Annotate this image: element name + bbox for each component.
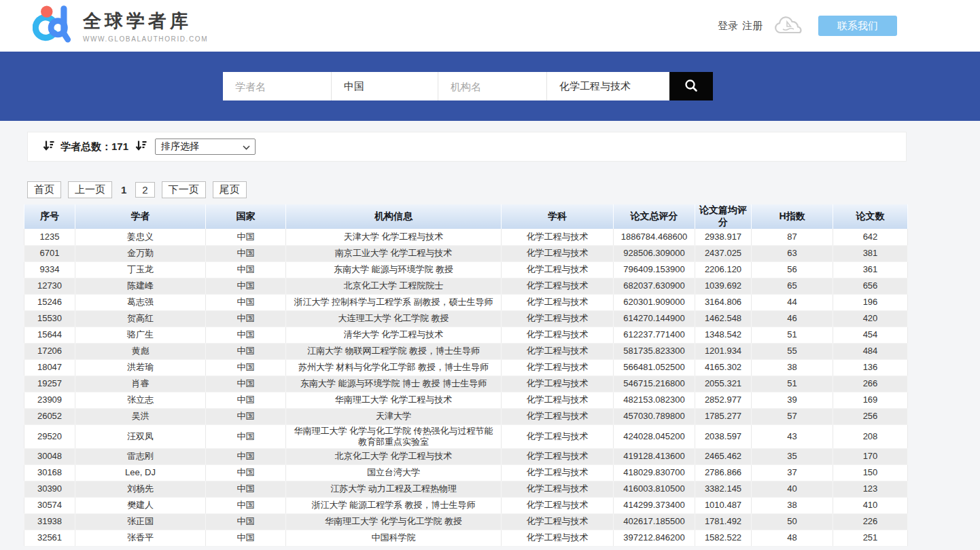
cell-country: 中国 <box>206 530 286 546</box>
cell-h-index: 39 <box>752 392 833 408</box>
cell-avg-score: 2938.917 <box>695 229 752 245</box>
cell-scholar[interactable]: 丁玉龙 <box>75 261 206 278</box>
brand[interactable]: 全球学者库 WWW.GLOBALAUTHORID.COM <box>33 4 208 48</box>
cell-paper-count: 642 <box>833 229 908 245</box>
cell-scholar[interactable]: 黄彪 <box>75 343 206 359</box>
cell-scholar[interactable]: 肖睿 <box>75 375 206 392</box>
cell-h-index: 38 <box>752 359 833 375</box>
cell-scholar[interactable]: 樊建人 <box>75 497 206 513</box>
cell-total-score: 682037.630900 <box>614 278 695 294</box>
cell-h-index: 51 <box>752 375 833 392</box>
scholar-name-input[interactable] <box>223 72 332 100</box>
table-row: 30390刘杨先中国江苏大学 动力工程及工程热物理化学工程与技术416003.8… <box>24 481 908 497</box>
cell-h-index: 44 <box>752 294 833 310</box>
cell-rank: 31938 <box>24 513 75 530</box>
cell-paper-count: 208 <box>833 424 908 448</box>
cell-rank: 9334 <box>24 261 75 278</box>
cell-h-index: 50 <box>752 513 833 530</box>
cell-total-score: 612237.771400 <box>614 327 695 343</box>
cell-avg-score: 2055.321 <box>695 375 752 392</box>
cell-total-score: 581735.823300 <box>614 343 695 359</box>
cell-scholar[interactable]: 雷志刚 <box>75 448 206 464</box>
cell-avg-score: 3382.145 <box>695 481 752 497</box>
cell-institution: 大连理工大学 化工学院 教授 <box>286 310 502 327</box>
cell-country: 中国 <box>206 408 286 424</box>
cell-scholar[interactable]: 骆广生 <box>75 327 206 343</box>
results-toolbar: 学者总数：171 排序选择 <box>27 132 907 162</box>
cell-paper-count: 266 <box>833 375 908 392</box>
contact-button[interactable]: 联系我们 <box>818 16 897 36</box>
cell-avg-score: 1010.487 <box>695 497 752 513</box>
login-link[interactable]: 登录 <box>718 20 738 33</box>
pagination-prev-button[interactable]: 上一页 <box>68 181 112 198</box>
cell-scholar[interactable]: 洪若瑜 <box>75 359 206 375</box>
cell-discipline: 化学工程与技术 <box>502 261 614 278</box>
table-row: 12730陈建峰中国北京化工大学 工程院院士化学工程与技术682037.6309… <box>24 278 908 294</box>
cell-institution: 国立台湾大学 <box>286 464 502 481</box>
cell-scholar[interactable]: 姜忠义 <box>75 229 206 245</box>
cell-scholar[interactable]: 汪双凤 <box>75 424 206 448</box>
cell-total-score: 620301.909000 <box>614 294 695 310</box>
column-header-scholar: 学者 <box>75 204 206 229</box>
cell-paper-count: 656 <box>833 278 908 294</box>
pagination-next-button[interactable]: 下一页 <box>162 181 206 198</box>
discipline-input[interactable] <box>547 72 669 100</box>
cell-scholar[interactable]: 张立志 <box>75 392 206 408</box>
institution-input[interactable] <box>438 72 547 100</box>
column-header-paper-count: 论文数 <box>833 204 908 229</box>
cell-rank: 29520 <box>24 424 75 448</box>
cell-paper-count: 196 <box>833 294 908 310</box>
scholar-total-count: 学者总数：171 <box>60 141 128 153</box>
column-header-institution: 机构信息 <box>286 204 502 229</box>
pagination-page-2-button[interactable]: 2 <box>135 182 154 198</box>
cell-avg-score: 1785.277 <box>695 408 752 424</box>
cell-discipline: 化学工程与技术 <box>502 343 614 359</box>
cell-scholar[interactable]: 吴洪 <box>75 408 206 424</box>
cell-scholar[interactable]: 刘杨先 <box>75 481 206 497</box>
cell-paper-count: 381 <box>833 245 908 261</box>
search-button[interactable] <box>669 72 713 100</box>
cell-country: 中国 <box>206 375 286 392</box>
cell-h-index: 46 <box>752 310 833 327</box>
register-link[interactable]: 注册 <box>742 20 763 33</box>
pagination-last-button[interactable]: 尾页 <box>213 181 247 198</box>
cell-scholar[interactable]: 金万勤 <box>75 245 206 261</box>
country-input[interactable] <box>332 72 438 100</box>
table-row: 30574樊建人中国浙江大学 能源工程学系 教授，博士生导师化学工程与技术414… <box>24 497 908 513</box>
cell-h-index: 63 <box>752 245 833 261</box>
cell-paper-count: 420 <box>833 310 908 327</box>
cell-total-score: 482153.082300 <box>614 392 695 408</box>
pagination-first-button[interactable]: 首页 <box>27 181 61 198</box>
table-row: 26052吴洪中国天津大学化学工程与技术457030.7898001785.27… <box>24 408 908 424</box>
cell-h-index: 48 <box>752 530 833 546</box>
cell-scholar[interactable]: 贺高红 <box>75 310 206 327</box>
cell-h-index: 38 <box>752 497 833 513</box>
cell-avg-score: 2465.462 <box>695 448 752 464</box>
cell-h-index: 56 <box>752 261 833 278</box>
cell-total-score: 419128.413600 <box>614 448 695 464</box>
cell-rank: 12730 <box>24 278 75 294</box>
cell-country: 中国 <box>206 294 286 310</box>
sort-select[interactable]: 排序选择 <box>155 139 256 155</box>
cell-scholar[interactable]: 张香平 <box>75 530 206 546</box>
cell-avg-score: 1781.492 <box>695 513 752 530</box>
cell-discipline: 化学工程与技术 <box>502 497 614 513</box>
cell-paper-count: 256 <box>833 408 908 424</box>
cell-scholar[interactable]: 陈建峰 <box>75 278 206 294</box>
cell-scholar[interactable]: 葛志强 <box>75 294 206 310</box>
pagination-page-1-current[interactable]: 1 <box>119 184 128 196</box>
cell-country: 中国 <box>206 261 286 278</box>
cell-discipline: 化学工程与技术 <box>502 359 614 375</box>
cell-scholar[interactable]: 张正国 <box>75 513 206 530</box>
table-row: 6701金万勤中国南京工业大学 化学工程与技术化学工程与技术928506.309… <box>24 245 908 261</box>
cell-avg-score: 1582.522 <box>695 530 752 546</box>
table-row: 30168Lee, DJ中国国立台湾大学化学工程与技术418029.830700… <box>24 464 908 481</box>
cell-institution: 江苏大学 动力工程及工程热物理 <box>286 481 502 497</box>
brand-logo-icon <box>33 4 72 48</box>
top-header: 全球学者库 WWW.GLOBALAUTHORID.COM 登录 注册 联系我们 <box>0 0 980 52</box>
cell-country: 中国 <box>206 497 286 513</box>
cell-scholar[interactable]: Lee, DJ <box>75 464 206 481</box>
cell-country: 中国 <box>206 513 286 530</box>
cell-institution: 天津大学 <box>286 408 502 424</box>
cell-h-index: 35 <box>752 448 833 464</box>
